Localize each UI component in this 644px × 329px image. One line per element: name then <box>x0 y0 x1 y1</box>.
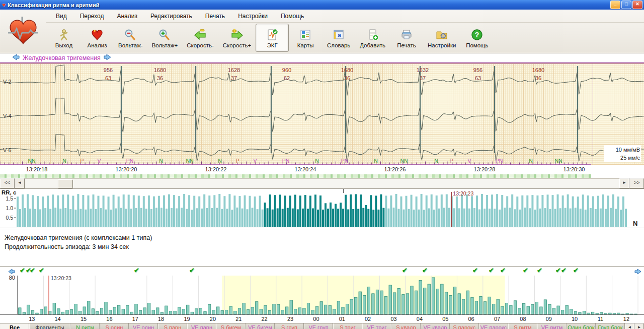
help-icon: ? <box>470 28 484 42</box>
verified-check-icon[interactable]: ✔ <box>422 267 428 274</box>
header: ВидПереходАнализРедактироватьПечатьНастр… <box>0 10 644 53</box>
scroll-far-right-button[interactable]: >> <box>629 178 644 188</box>
svg-text:960: 960 <box>282 67 291 73</box>
svg-text:37: 37 <box>420 75 426 81</box>
verified-check-icon[interactable]: ✔ <box>489 267 494 274</box>
toolbar-button-voltage-minus[interactable]: Вольтаж- <box>114 24 147 52</box>
toolbar-button-exit[interactable]: Выход <box>47 24 80 52</box>
verified-check-icon[interactable]: ✔ <box>472 267 478 274</box>
svg-text:02: 02 <box>365 316 371 322</box>
ecg-time-axis: 13:20:1813:20:2013:20:2213:20:2413:20:26… <box>0 165 644 174</box>
verified-check-icon[interactable]: ✔ <box>134 267 139 274</box>
ecg-timestamp: 13:20:30 <box>564 166 585 172</box>
menu-item-2[interactable]: Анализ <box>110 12 144 21</box>
menu-item-4[interactable]: Печать <box>199 12 231 21</box>
episode-next-button[interactable] <box>104 53 111 62</box>
minimize-button[interactable]: _ <box>610 1 620 9</box>
toolbar-button-cards[interactable]: Карты <box>289 24 322 52</box>
menu-item-3[interactable]: Редактировать <box>144 12 199 21</box>
svg-text:17: 17 <box>132 316 138 322</box>
svg-text:07: 07 <box>494 316 500 322</box>
maximize-button[interactable]: □ <box>621 1 631 9</box>
toolbar-button-print[interactable]: Печать <box>390 24 423 52</box>
menu-item-1[interactable]: Переход <box>73 12 111 21</box>
ecg-overview-strip[interactable] <box>0 174 591 178</box>
svg-text:NN: NN <box>554 158 562 164</box>
svg-text:a: a <box>338 32 341 39</box>
app-logo-heart-icon <box>0 10 46 53</box>
verified-check-icon[interactable]: ✔ <box>402 267 408 274</box>
toolbar-button-ecg[interactable]: ЭКГ <box>256 24 289 52</box>
scroll-right-button[interactable]: ► <box>619 178 629 188</box>
scrollbar-track[interactable] <box>25 178 619 188</box>
verified-check-icon[interactable]: ✔ <box>189 267 195 274</box>
toolbar-button-analysis[interactable]: Анализ <box>80 24 114 52</box>
arrow-right-icon <box>230 28 244 42</box>
toolbar-button-add[interactable]: Добавить <box>355 24 390 52</box>
verified-check-icon[interactable]: ✔ <box>500 267 506 274</box>
ecg-timestamp: 13:20:22 <box>205 166 227 172</box>
rr-tachogram-chart[interactable]: RR, c1.51.00.513:20:23N <box>0 189 644 229</box>
svg-text:36: 36 <box>157 75 163 81</box>
scrollbar-thumb[interactable] <box>58 179 73 188</box>
toolbar-button-voltage-plus[interactable]: Вольтаж+ <box>147 24 183 52</box>
toolbar-label: Выход <box>55 42 72 48</box>
verified-check-icon[interactable]: ✔ <box>537 267 542 274</box>
toolbar-label: Помощь <box>466 42 488 48</box>
svg-text:12: 12 <box>623 316 629 322</box>
toolbar-button-help[interactable]: ? Помощь <box>460 24 494 52</box>
svg-text:N: N <box>218 158 222 164</box>
verified-check-icon[interactable]: ✔ <box>555 267 561 274</box>
svg-text:19: 19 <box>184 316 190 322</box>
svg-text:13:20:23: 13:20:23 <box>51 275 71 281</box>
close-button[interactable]: ✕ <box>632 1 642 9</box>
svg-text:1.0: 1.0 <box>6 205 13 211</box>
toolbar-label: Скорость+ <box>223 42 251 48</box>
svg-text:10: 10 <box>572 316 578 322</box>
toolbar-label: Скорость- <box>187 42 214 48</box>
episode-prev-button[interactable] <box>12 53 20 62</box>
scroll-left-button[interactable]: ◄ <box>15 178 25 188</box>
svg-text:04: 04 <box>417 316 423 322</box>
verified-check-icon[interactable]: ✔ <box>39 267 44 274</box>
toolbar-button-settings[interactable]: Настройки <box>423 24 460 52</box>
svg-text:06: 06 <box>468 316 474 322</box>
toolbar-button-speed-minus[interactable]: Скорость- <box>182 24 218 52</box>
zoom-out-icon <box>124 28 137 42</box>
daily-histogram-chart[interactable]: 8013:20:23131415161718192021222300010203… <box>0 275 644 323</box>
histogram-prev-button[interactable] <box>8 268 15 277</box>
toolbar-button-speed-plus[interactable]: Скорость+ <box>218 24 256 52</box>
zoom-in-icon <box>158 28 171 42</box>
svg-text:63: 63 <box>475 75 481 81</box>
svg-text:N: N <box>62 158 66 164</box>
ecg-strip[interactable]: V-2V-4V-69566316803616283796062168036163… <box>0 62 644 165</box>
scroll-far-left-button[interactable]: << <box>0 178 15 188</box>
svg-text:20: 20 <box>210 316 216 322</box>
verified-check-icon[interactable]: ✔ <box>573 267 579 274</box>
exit-icon <box>57 28 70 42</box>
ecg-timestamp: 13:20:28 <box>474 166 496 172</box>
svg-text:956: 956 <box>104 67 113 73</box>
menu-item-5[interactable]: Настройки <box>231 12 274 21</box>
svg-text:05: 05 <box>442 316 448 322</box>
verified-check-icon[interactable]: ✔ <box>561 267 567 274</box>
toolbar-button-dictionary[interactable]: a Словарь <box>322 24 355 52</box>
verified-check-icon[interactable]: ✔ <box>30 267 35 274</box>
histogram-next-button[interactable] <box>634 268 641 277</box>
gain-label: 10 мм/мВ <box>605 146 640 154</box>
toolbar-label: ЭКГ <box>267 42 278 48</box>
menu-item-6[interactable]: Помощь <box>274 12 310 21</box>
svg-text:NN: NN <box>400 158 408 164</box>
menu-item-0[interactable]: Вид <box>49 12 73 21</box>
verified-check-icon[interactable]: ✔ <box>20 267 25 274</box>
svg-text:1680: 1680 <box>341 67 353 73</box>
add-document-icon <box>366 28 379 42</box>
svg-text:01: 01 <box>339 316 345 322</box>
verified-check-icon[interactable]: ✔ <box>523 267 528 274</box>
ecg-scale-labels: 10 мм/мВ 25 мм/с <box>604 145 641 162</box>
svg-text:16: 16 <box>106 316 112 322</box>
toolbar: Выход Анализ Вольтаж- <box>46 23 644 53</box>
svg-text:14: 14 <box>54 316 60 322</box>
toolbar-label: Настройки <box>428 42 456 48</box>
svg-text:21: 21 <box>235 316 242 322</box>
